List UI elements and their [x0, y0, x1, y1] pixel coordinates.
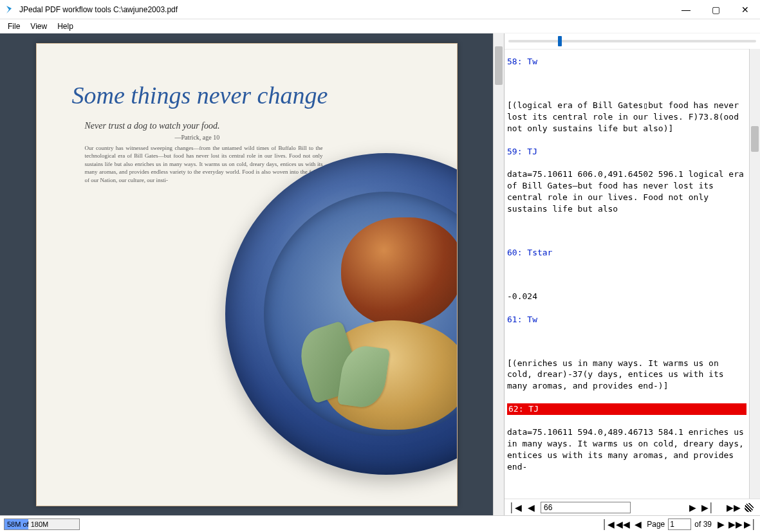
stream-op: 61: Tw [507, 314, 746, 326]
stream-vscrollbar[interactable] [749, 49, 760, 499]
menu-bar: File View Help [0, 19, 760, 33]
app-icon [5, 5, 15, 15]
page-body-text: Our country has witnessed sweeping chang… [85, 144, 323, 185]
page-next-button[interactable]: ▶ [715, 518, 727, 530]
stream-index-input[interactable] [541, 502, 631, 513]
page-container[interactable]: Some things never change Never trust a d… [0, 33, 493, 515]
stream-op: 58: Tw [507, 56, 746, 68]
stream-prev-button[interactable]: ◀ [525, 502, 537, 513]
stream-text: data=75.10611 606.0,491.64502 596.1 logi… [507, 169, 746, 215]
title-bar: JPedal PDF workflow tools C:\awjune2003.… [0, 0, 760, 19]
slider-handle[interactable] [558, 36, 562, 46]
stream-play-button[interactable]: ▶▶ [728, 502, 739, 513]
page-total: of 39 [694, 520, 712, 529]
stream-next-button[interactable]: ▶ [687, 502, 698, 513]
page-label: Page [647, 520, 665, 529]
stream-op: 60: Tstar [507, 247, 746, 259]
food-illustration [341, 217, 458, 327]
close-button[interactable]: ✕ [730, 0, 760, 19]
stream-text: data=75.10611 594.0,489.46713 584.1 enri… [507, 427, 746, 473]
stream-pane: 58: Tw [(logical era of Bill Gates▯but f… [504, 33, 760, 515]
status-bar: 58M of 180M │◀ ◀◀ ◀ Page of 39 ▶ ▶▶ ▶│ [0, 515, 760, 532]
page-forward-button[interactable]: ▶▶ [730, 518, 741, 530]
page-author: —Patrick, age 10 [175, 134, 220, 141]
main-area: Some things never change Never trust a d… [0, 33, 760, 515]
menu-help[interactable]: Help [52, 21, 79, 32]
document-vscrollbar[interactable] [493, 33, 504, 515]
page-heading: Some things never change [72, 81, 328, 109]
hatch-icon [745, 503, 754, 512]
page-subtitle: Never trust a dog to watch your food. [85, 121, 220, 131]
stream-text: [(logical era of Bill Gates▯but food has… [507, 100, 746, 134]
memory-text: 58M of 180M [5, 520, 48, 528]
plate-image [225, 153, 458, 475]
menu-file[interactable]: File [3, 21, 25, 32]
stream-highlight: 62: TJ [507, 403, 746, 415]
pdf-page: Some things never change Never trust a d… [36, 43, 458, 506]
stream-first-button[interactable]: │◀ [510, 502, 521, 513]
page-prev-button[interactable]: ◀ [632, 518, 644, 530]
page-last-button[interactable]: ▶│ [745, 518, 756, 530]
memory-indicator: 58M of 180M [4, 518, 80, 530]
page-nav: │◀ ◀◀ ◀ Page of 39 ▶ ▶▶ ▶│ [602, 518, 756, 530]
page-rewind-button[interactable]: ◀◀ [617, 518, 629, 530]
stream-op: 59: TJ [507, 146, 746, 158]
document-pane: Some things never change Never trust a d… [0, 33, 504, 515]
stream-slider[interactable] [508, 40, 756, 42]
stream-stop-button[interactable] [743, 502, 755, 513]
page-first-button[interactable]: │◀ [602, 518, 614, 530]
stream-text: -0.024 [507, 291, 746, 302]
stream-last-button[interactable]: ▶│ [702, 502, 714, 513]
maximize-button[interactable]: ▢ [701, 0, 730, 19]
stream-code-view[interactable]: 58: Tw [(logical era of Bill Gates▯but f… [505, 49, 749, 499]
stream-text: [(enriches us in many ways. It warms us … [507, 358, 746, 392]
window-title: JPedal PDF workflow tools C:\awjune2003.… [19, 5, 671, 14]
stream-slider-row [505, 33, 760, 49]
stream-nav-bar: │◀ ◀ ▶ ▶│ ▶▶ [505, 499, 760, 515]
menu-view[interactable]: View [25, 21, 52, 32]
page-input[interactable] [668, 518, 691, 530]
minimize-button[interactable]: — [671, 0, 701, 19]
